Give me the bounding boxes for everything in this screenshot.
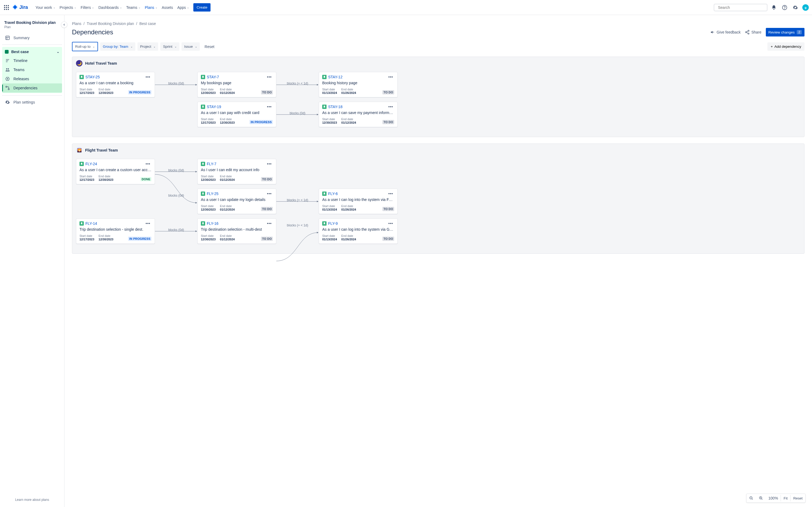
issue-card[interactable]: FLY-14 ••• Trip destination selection - … bbox=[76, 218, 155, 244]
card-menu-icon[interactable]: ••• bbox=[266, 75, 273, 79]
issue-card[interactable]: FLY-6 ••• As a user I can log into the s… bbox=[319, 188, 398, 214]
card-menu-icon[interactable]: ••• bbox=[145, 162, 151, 166]
groupby-filter[interactable]: Group by: Team⌄ bbox=[100, 42, 135, 51]
issue-key-link[interactable]: STAY-12 bbox=[328, 75, 342, 79]
share-button[interactable]: Share bbox=[745, 30, 761, 35]
nav-item-teams[interactable]: Teams⌄ bbox=[124, 3, 143, 12]
scenario-section: Best case ⌄ TimelineTeamsReleasesDepende… bbox=[2, 47, 62, 93]
zoom-in-button[interactable] bbox=[756, 494, 766, 502]
jira-logo[interactable]: Jira bbox=[12, 4, 28, 11]
card-menu-icon[interactable]: ••• bbox=[266, 191, 273, 196]
card-menu-icon[interactable]: ••• bbox=[387, 221, 394, 226]
issue-summary: As a user I can pay with credit card bbox=[201, 111, 273, 115]
issue-key-link[interactable]: FLY-6 bbox=[328, 191, 338, 196]
nav-item-filters[interactable]: Filters⌄ bbox=[79, 3, 96, 12]
scenario-header[interactable]: Best case ⌄ bbox=[2, 48, 62, 56]
issue-key-link[interactable]: FLY-16 bbox=[207, 221, 218, 226]
sidebar-collapse-button[interactable] bbox=[61, 21, 67, 28]
zoom-out-button[interactable] bbox=[747, 494, 756, 502]
nav-item-apps[interactable]: Apps⌄ bbox=[175, 3, 191, 12]
issue-key-link[interactable]: FLY-24 bbox=[85, 162, 97, 166]
nav-item-projects[interactable]: Projects⌄ bbox=[57, 3, 79, 12]
card-menu-icon[interactable]: ••• bbox=[387, 105, 394, 109]
issue-card[interactable]: FLY-24 ••• As a user I can create a cust… bbox=[76, 159, 155, 184]
issue-card[interactable]: STAY-7 ••• My bookings page Start date12… bbox=[197, 72, 276, 97]
learn-more-link[interactable]: Learn more about plans bbox=[2, 495, 62, 505]
give-feedback-button[interactable]: Give feedback bbox=[710, 30, 741, 35]
card-menu-icon[interactable]: ••• bbox=[387, 191, 394, 196]
sidebar-item-dependencies[interactable]: Dependencies bbox=[2, 83, 62, 93]
settings-icon[interactable] bbox=[791, 3, 800, 12]
team-name: Hotel Travel Team bbox=[85, 61, 117, 65]
issue-card[interactable]: STAY-25 ••• As a user I can create a boo… bbox=[76, 72, 155, 97]
nav-item-your-work[interactable]: Your work⌄ bbox=[33, 3, 57, 12]
help-icon[interactable] bbox=[780, 3, 789, 12]
issue-card[interactable]: FLY-16 ••• Trip destination selection - … bbox=[197, 218, 276, 244]
issue-key-link[interactable]: STAY-19 bbox=[207, 105, 221, 109]
card-menu-icon[interactable]: ••• bbox=[266, 162, 273, 166]
connector-label: blocks (0d) bbox=[168, 81, 184, 85]
svg-point-22 bbox=[6, 86, 7, 88]
app-switcher-icon[interactable] bbox=[3, 4, 10, 11]
nav-item-assets[interactable]: Assets bbox=[159, 3, 175, 12]
sprint-filter[interactable]: Sprint⌄ bbox=[160, 42, 180, 51]
chevron-down-icon: ⌄ bbox=[138, 6, 141, 9]
issue-card[interactable]: STAY-18 ••• As a user I can save my paym… bbox=[319, 102, 398, 127]
issue-key-link[interactable]: FLY-9 bbox=[328, 221, 338, 226]
issue-key-link[interactable]: STAY-25 bbox=[85, 75, 100, 79]
breadcrumb-link[interactable]: Best case bbox=[139, 21, 156, 26]
issue-key-link[interactable]: FLY-7 bbox=[207, 162, 216, 166]
dependencies-icon bbox=[5, 86, 10, 91]
releases-icon bbox=[5, 76, 10, 81]
sidebar-item-plan-settings[interactable]: Plan settings bbox=[2, 98, 62, 107]
create-button[interactable]: Create bbox=[193, 3, 210, 11]
breadcrumb-link[interactable]: Travel Booking Division plan bbox=[87, 21, 134, 26]
card-menu-icon[interactable]: ••• bbox=[266, 221, 273, 226]
issue-key-link[interactable]: STAY-18 bbox=[328, 105, 342, 109]
review-changes-button[interactable]: Review changes 2 bbox=[766, 28, 805, 37]
issue-card[interactable]: FLY-9 ••• As a user I can log into the s… bbox=[319, 218, 398, 244]
issue-card[interactable]: FLY-25 ••• As a user I can update my log… bbox=[197, 188, 276, 214]
main-content: Plans/ Travel Booking Division plan/ Bes… bbox=[64, 15, 812, 507]
add-dependency-button[interactable]: +Add dependency bbox=[767, 42, 805, 51]
sidebar-item-teams[interactable]: Teams bbox=[2, 65, 62, 74]
megaphone-icon bbox=[710, 30, 715, 35]
issue-key-link[interactable]: FLY-14 bbox=[85, 221, 97, 226]
issue-key-link[interactable]: STAY-7 bbox=[207, 75, 219, 79]
card-menu-icon[interactable]: ••• bbox=[145, 221, 151, 226]
search-input[interactable] bbox=[718, 5, 765, 10]
connector-label: blocks (0d) bbox=[168, 168, 184, 172]
user-avatar[interactable]: g bbox=[802, 4, 809, 11]
status-badge: TO DO bbox=[383, 237, 394, 241]
issue-card[interactable]: FLY-7 ••• As I user I can edit my accoun… bbox=[197, 159, 276, 184]
svg-point-21 bbox=[7, 78, 8, 79]
rollup-filter[interactable]: Roll-up to⌄ bbox=[72, 42, 98, 51]
card-menu-icon[interactable]: ••• bbox=[266, 105, 273, 109]
sidebar-item-summary[interactable]: Summary bbox=[2, 33, 62, 42]
chevron-down-icon: ⌄ bbox=[74, 6, 76, 9]
issue-key-link[interactable]: FLY-25 bbox=[207, 191, 218, 196]
card-menu-icon[interactable]: ••• bbox=[145, 75, 151, 79]
issue-filter[interactable]: Issue⌄ bbox=[182, 42, 200, 51]
issue-card[interactable]: STAY-19 ••• As a user I can pay with cre… bbox=[197, 102, 276, 127]
svg-point-24 bbox=[748, 30, 749, 32]
search-box[interactable] bbox=[714, 4, 767, 11]
issue-card[interactable]: STAY-12 ••• Booking history page Start d… bbox=[319, 72, 398, 97]
project-filter[interactable]: Project⌄ bbox=[138, 42, 158, 51]
issue-summary: As a user I can log into the system via … bbox=[322, 198, 394, 202]
zoom-value: 100% bbox=[766, 494, 781, 502]
breadcrumb-link[interactable]: Plans bbox=[72, 21, 81, 26]
dependency-row: blocks (0d) FLY-25 ••• As a user I can u… bbox=[76, 188, 801, 214]
notifications-icon[interactable] bbox=[770, 3, 778, 12]
nav-item-dashboards[interactable]: Dashboards⌄ bbox=[96, 3, 124, 12]
sidebar-item-timeline[interactable]: Timeline bbox=[2, 56, 62, 65]
card-menu-icon[interactable]: ••• bbox=[387, 75, 394, 79]
status-badge: DONE bbox=[141, 177, 151, 181]
zoom-fit-button[interactable]: Fit bbox=[781, 494, 790, 502]
zoom-reset-button[interactable]: Reset bbox=[791, 494, 805, 502]
sidebar-item-releases[interactable]: Releases bbox=[2, 74, 62, 83]
status-badge: TO DO bbox=[261, 177, 273, 181]
status-badge: IN PROGRESS bbox=[128, 237, 151, 241]
nav-item-plans[interactable]: Plans⌄ bbox=[143, 3, 159, 12]
reset-filters-link[interactable]: Reset bbox=[202, 42, 217, 51]
